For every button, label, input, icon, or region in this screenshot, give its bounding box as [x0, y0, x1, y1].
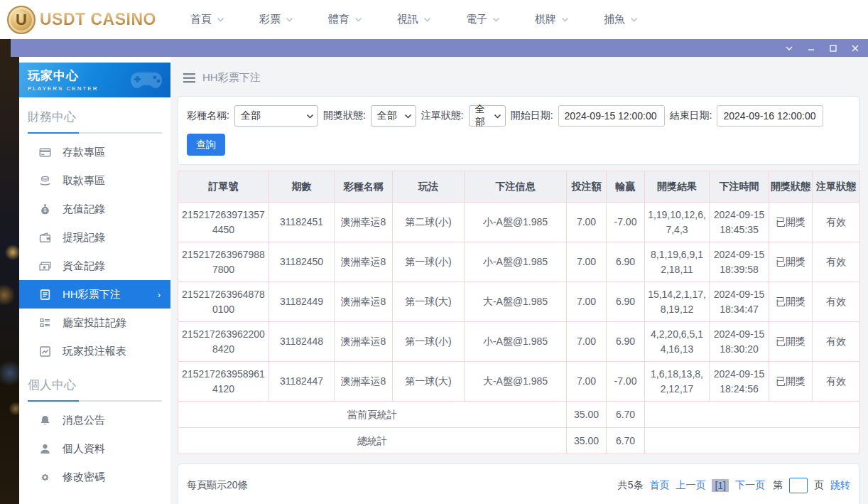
main-menu: 首頁彩票體育視訊電子棋牌捕魚: [190, 13, 639, 26]
cell-draw-status: 已開獎: [769, 362, 813, 402]
jump-prefix-label: 第: [773, 479, 783, 492]
nav-item-3[interactable]: 體育: [328, 13, 363, 26]
sidebar-item-2-1[interactable]: 消息公告: [19, 406, 170, 434]
sidebar-item-label: 廳室投註記錄: [63, 316, 126, 330]
cell-order-status: 有效: [813, 362, 860, 402]
page-title: HH彩票下注: [202, 71, 261, 85]
cell-play-type: 第一球(大): [393, 282, 465, 322]
sidebar-item-1-7[interactable]: 廳室投註記錄: [19, 309, 170, 337]
first-page-link[interactable]: 首页: [649, 479, 669, 492]
nav-item-6[interactable]: 棋牌: [535, 13, 570, 26]
col-header-draw-status: 開獎狀態: [769, 171, 813, 203]
sidebar-item-label: 玩家投注報表: [63, 345, 126, 358]
start-date-input[interactable]: [558, 105, 665, 127]
lottery-name-select[interactable]: 全部: [234, 105, 318, 127]
sidebar-item-1-2[interactable]: 取款專區: [19, 166, 170, 195]
order-status-select[interactable]: 全部: [469, 105, 506, 127]
cell-bet-info: 小-A盤@1.985: [465, 203, 567, 242]
cell-draw-status: 已開獎: [769, 242, 813, 282]
sidebar-item-label: 充值記錄: [63, 203, 105, 216]
end-date-input[interactable]: [717, 105, 823, 127]
sidebar-item-label: 提現記錄: [63, 231, 105, 245]
cell-draw-result: 1,6,18,13,8,2,12,17: [645, 362, 710, 402]
sidebar-item-1-1[interactable]: 存款專區: [19, 138, 170, 166]
logo[interactable]: U USDT CASINO: [7, 6, 170, 34]
bets-table-wrap: 訂單號期數彩種名稱玩法下注信息投注額輸贏開獎結果下注時間開獎狀態注單狀態 215…: [178, 171, 859, 454]
cell-lottery-name: 澳洲幸运8: [335, 242, 393, 282]
sidebar-item-1-8[interactable]: 玩家投注報表: [19, 337, 170, 365]
sidebar-item-2-3[interactable]: 修改密碼: [19, 463, 170, 491]
prev-page-link[interactable]: 上一页: [676, 479, 705, 492]
list-icon: [39, 317, 51, 329]
main-content: HH彩票下注 彩種名稱: 全部 開獎狀態: 全部: [170, 57, 868, 504]
cell-order-status: 有效: [813, 282, 860, 322]
window-close-button[interactable]: [850, 43, 861, 54]
cell-bet-time: 2024-09-15 18:24:56: [710, 362, 769, 402]
filter-panel: 彩種名稱: 全部 開獎狀態: 全部 注單狀態: 全部: [178, 96, 859, 165]
draw-status-select[interactable]: 全部: [371, 105, 416, 127]
bets-table: 訂單號期數彩種名稱玩法下注信息投注額輸贏開獎結果下注時間開獎狀態注單狀態 215…: [178, 171, 860, 454]
chevron-down-icon: [494, 112, 501, 120]
bell-icon: [39, 414, 51, 427]
sidebar-item-1-3[interactable]: $充值記錄: [19, 195, 170, 223]
cell-order-no: 2152172639648780100: [178, 282, 269, 322]
nav-item-5[interactable]: 電子: [466, 13, 501, 26]
sidebar-item-1-5[interactable]: 資金記錄: [19, 252, 170, 280]
cell-order-status: 有效: [813, 203, 860, 242]
cell-bet-amount: 7.00: [567, 203, 607, 242]
table-header-row: 訂單號期數彩種名稱玩法下注信息投注額輸贏開獎結果下注時間開獎狀態注單狀態: [178, 171, 860, 203]
col-header-win-loss: 輸贏: [607, 171, 645, 203]
order-status-label: 注單狀態:: [421, 109, 464, 122]
col-header-period: 期數: [269, 171, 335, 203]
cell-period: 31182447: [269, 362, 335, 402]
sidebar-item-1-6[interactable]: HH彩票下注›: [19, 280, 170, 309]
page-jump-input[interactable]: [789, 478, 808, 493]
window-minimize-button[interactable]: [805, 43, 817, 54]
cell-play-type: 第二球(小): [393, 203, 465, 242]
chevron-down-icon: [306, 112, 314, 120]
svg-text:$: $: [44, 208, 47, 213]
nav-item-7[interactable]: 捕魚: [604, 13, 639, 26]
cell-draw-result: 15,14,2,1,17,8,19,12: [645, 282, 710, 322]
nav-item-1[interactable]: 首頁: [190, 13, 225, 26]
summary-empty: [645, 428, 860, 454]
coin-logo-icon: U: [7, 6, 36, 34]
jump-button[interactable]: 跳转: [830, 479, 850, 492]
cell-win-loss: 6.90: [607, 322, 645, 362]
screen: U USDT CASINO 首頁彩票體育視訊電子棋牌捕魚: [0, 0, 868, 504]
summary-winloss-total: 6.70: [607, 402, 645, 428]
window-collapse-button[interactable]: [783, 43, 795, 54]
chevron-down-icon: [216, 15, 225, 24]
sidebar-item-2-2[interactable]: 個人資料: [19, 434, 170, 463]
section-divider: [28, 132, 162, 134]
cell-win-loss: -7.00: [607, 203, 645, 242]
cell-bet-amount: 7.00: [567, 242, 607, 282]
cell-bet-info: 小-A盤@1.985: [465, 242, 567, 282]
col-header-play-type: 玩法: [393, 171, 465, 203]
col-header-draw-result: 開獎結果: [645, 171, 710, 203]
summary-bet-total: 35.00: [567, 428, 607, 454]
col-header-bet-time: 下注時間: [710, 171, 769, 203]
nav-item-label: 首頁: [190, 13, 212, 26]
cell-win-loss: 6.90: [607, 242, 645, 282]
cell-lottery-name: 澳洲幸运8: [335, 362, 393, 402]
table-row: 215217263967988780031182450澳洲幸运8第一球(小)小-…: [178, 242, 860, 282]
cell-draw-result: 8,1,19,6,9,12,18,11: [645, 242, 710, 282]
page-summary-row: 當前頁統計35.006.70: [178, 402, 860, 428]
chevron-down-icon: [404, 112, 412, 120]
nav-item-label: 視訊: [397, 13, 418, 26]
hamburger-menu-icon[interactable]: [183, 73, 195, 83]
cell-draw-status: 已開獎: [769, 203, 813, 242]
search-button[interactable]: 查詢: [187, 134, 225, 156]
nav-item-4[interactable]: 視訊: [397, 13, 432, 26]
sidebar-section-title: 財務中心: [19, 97, 170, 125]
window-maximize-button[interactable]: [828, 43, 839, 54]
nav-item-2[interactable]: 彩票: [259, 13, 294, 26]
next-page-link[interactable]: 下一页: [735, 479, 765, 492]
total-count: 共5条: [618, 479, 644, 492]
sidebar-section-title: 個人中心: [19, 365, 170, 393]
cell-play-type: 第一球(小): [393, 242, 465, 282]
sidebar-item-1-4[interactable]: 提現記錄: [19, 223, 170, 252]
banknotes-icon: [39, 260, 51, 272]
cell-draw-status: 已開獎: [769, 282, 813, 322]
